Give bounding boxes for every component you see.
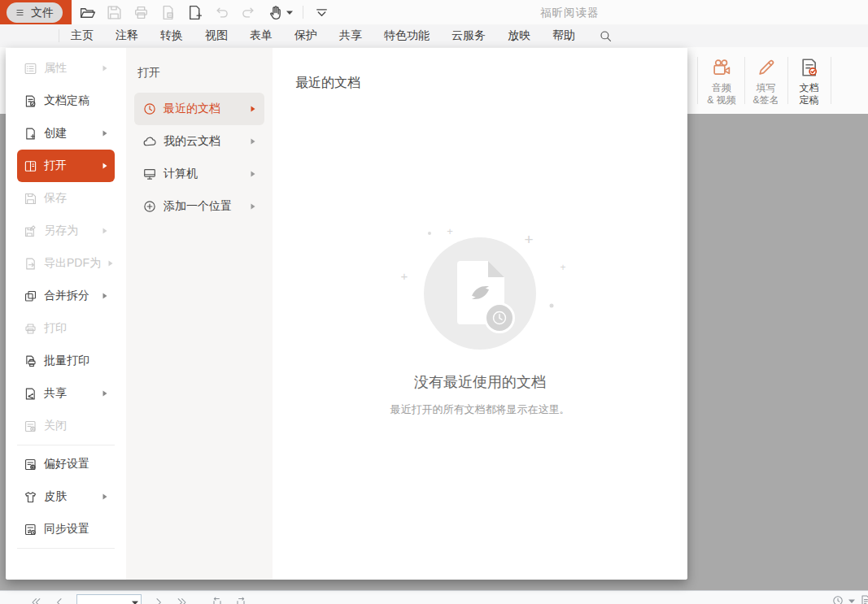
last-page-button[interactable] xyxy=(176,596,189,604)
file-menu-sidebar: 属性 文档定稿 创建 打开 保存 另存为 导出PDF为 合并拆分 打印 批量打印… xyxy=(6,48,126,580)
customize-quick-access-button[interactable] xyxy=(313,4,330,21)
monitor-icon xyxy=(142,167,157,181)
sidebar-item-label: 关闭 xyxy=(44,419,108,433)
open-item-add-place[interactable]: 添加一个位置 xyxy=(134,190,264,223)
sidebar-item-label: 属性 xyxy=(44,61,95,76)
plus-circle-icon xyxy=(142,199,157,214)
ribbon-button-doc-finalize[interactable]: 文档定稿 xyxy=(789,52,829,111)
tab-protect[interactable]: 保护 xyxy=(294,28,317,43)
open-item-label: 计算机 xyxy=(164,167,243,181)
page-number-box[interactable] xyxy=(76,594,142,604)
undo-button[interactable] xyxy=(213,4,230,21)
file-menu-panel: 属性 文档定稿 创建 打开 保存 另存为 导出PDF为 合并拆分 打印 批量打印… xyxy=(6,48,687,580)
next-page-button[interactable] xyxy=(152,596,165,604)
clock-icon xyxy=(491,309,508,327)
sidebar-item-label: 同步设置 xyxy=(44,522,108,537)
sidebar-divider xyxy=(17,548,115,549)
tab-home[interactable]: 主页 xyxy=(71,28,94,43)
doc-check-icon xyxy=(24,94,37,108)
recent-docs-content: 最近的文档 + + + + 没有最近使用的文档 最近 xyxy=(273,48,687,580)
empty-state: 没有最近使用的文档 最近打开的所有文档都将显示在这里。 xyxy=(273,237,687,417)
first-page-button[interactable] xyxy=(29,596,42,604)
ribbon-divider xyxy=(697,57,698,104)
doc-close-icon xyxy=(24,419,37,433)
empty-subtitle: 最近打开的所有文档都将显示在这里。 xyxy=(273,402,687,417)
sidebar-item-batch-print[interactable]: 批量打印 xyxy=(17,345,115,377)
prev-view-button[interactable] xyxy=(211,596,224,604)
sidebar-item-share[interactable]: 共享 xyxy=(17,377,115,410)
sidebar-item-save-as[interactable]: 另存为 xyxy=(17,215,115,247)
sidebar-item-sync-settings[interactable]: 同步设置 xyxy=(17,513,115,545)
prev-page-button[interactable] xyxy=(53,596,66,604)
sidebar-item-label: 皮肤 xyxy=(44,489,95,504)
tab-cloud-service[interactable]: 云服务 xyxy=(451,28,486,43)
print-button[interactable] xyxy=(133,4,150,21)
clock-badge xyxy=(484,302,515,333)
submenu-arrow-icon xyxy=(102,389,108,398)
submenu-arrow-icon xyxy=(250,202,256,211)
ribbon-button-audio-video[interactable]: 音频& 视频 xyxy=(700,52,744,111)
tab-view[interactable]: 视图 xyxy=(205,28,228,43)
sidebar-item-skin[interactable]: 皮肤 xyxy=(17,480,115,513)
tab-slideshow[interactable]: 放映 xyxy=(508,28,530,43)
content-title: 最近的文档 xyxy=(295,75,360,92)
submenu-arrow-icon xyxy=(102,64,108,72)
sidebar-item-preferences[interactable]: 偏好设置 xyxy=(17,448,115,480)
tab-convert[interactable]: 转换 xyxy=(160,28,183,43)
sidebar-item-merge-split[interactable]: 合并拆分 xyxy=(17,280,115,312)
tab-share[interactable]: 共享 xyxy=(339,28,362,43)
ribbon-label: 填写 xyxy=(752,82,779,94)
reading-history-button[interactable] xyxy=(831,594,844,604)
tab-features[interactable]: 特色功能 xyxy=(384,28,430,43)
doc-gear-icon xyxy=(24,458,37,471)
pencil-icon xyxy=(756,57,777,78)
doc-plus-icon xyxy=(24,127,37,141)
merge-icon xyxy=(24,289,37,303)
sidebar-item-label: 批量打印 xyxy=(44,354,108,368)
sidebar-item-save[interactable]: 保存 xyxy=(17,182,115,215)
page-number-input[interactable] xyxy=(77,596,132,604)
sidebar-item-properties[interactable]: 属性 xyxy=(17,52,115,85)
hamburger-icon xyxy=(15,7,26,18)
sidebar-item-print[interactable]: 打印 xyxy=(17,312,115,345)
window-title: 福昕阅读器 xyxy=(540,6,600,20)
sidebar-item-label: 创建 xyxy=(44,126,95,141)
open-item-label: 最近的文档 xyxy=(164,102,243,116)
status-doc-icon[interactable] xyxy=(859,594,868,604)
doc-export-icon xyxy=(24,257,37,271)
cloud-icon xyxy=(142,134,157,149)
sidebar-item-create[interactable]: 创建 xyxy=(17,117,115,150)
file-menu-button[interactable]: 文件 xyxy=(7,2,63,23)
submenu-arrow-icon xyxy=(250,105,256,113)
doc-check-icon xyxy=(799,57,820,78)
tab-form[interactable]: 表单 xyxy=(250,28,273,43)
doc-sync-icon xyxy=(24,523,37,537)
tshirt-icon xyxy=(24,490,37,504)
submenu-arrow-icon xyxy=(250,170,256,178)
search-icon[interactable] xyxy=(599,29,613,43)
sidebar-item-doc-finalize[interactable]: 文档定稿 xyxy=(17,85,115,117)
sidebar-item-label: 偏好设置 xyxy=(44,457,108,471)
hand-tool-button[interactable] xyxy=(267,4,293,21)
ribbon-divider xyxy=(787,57,788,104)
tab-help[interactable]: 帮助 xyxy=(552,28,575,43)
copy-page-button[interactable] xyxy=(159,4,177,21)
title-bar: 福昕阅读器 xyxy=(0,0,868,24)
ribbon-label: & 视频 xyxy=(707,94,735,106)
tab-comment[interactable]: 注释 xyxy=(116,28,138,43)
open-item-computer[interactable]: 计算机 xyxy=(134,158,264,190)
open-file-button[interactable] xyxy=(79,4,96,21)
open-item-cloud-docs[interactable]: 我的云文档 xyxy=(134,125,264,158)
next-view-button[interactable] xyxy=(234,596,247,604)
redo-button[interactable] xyxy=(240,4,257,21)
sidebar-item-open[interactable]: 打开 xyxy=(17,150,115,182)
printer-icon xyxy=(24,322,37,336)
open-item-recent-docs[interactable]: 最近的文档 xyxy=(134,93,264,125)
save-button[interactable] xyxy=(106,4,123,21)
sidebar-item-export-pdf[interactable]: 导出PDF为 xyxy=(17,247,115,280)
new-document-button[interactable] xyxy=(186,4,203,21)
sidebar-item-close[interactable]: 关闭 xyxy=(17,410,115,442)
ribbon-button-fill-sign[interactable]: 填写&签名 xyxy=(746,52,786,111)
sidebar-item-label: 打印 xyxy=(44,321,108,336)
decor-plus: + xyxy=(447,225,453,237)
